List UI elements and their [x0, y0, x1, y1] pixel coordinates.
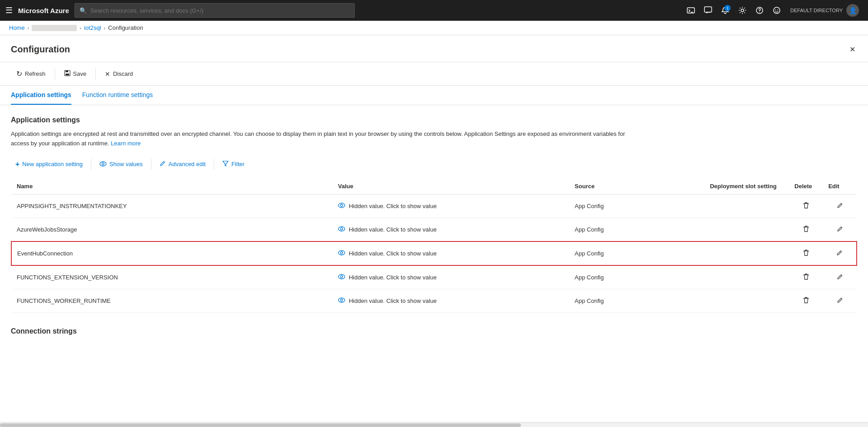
- svg-point-11: [100, 162, 106, 166]
- cell-deployment: [704, 289, 789, 312]
- svg-point-4: [759, 12, 760, 13]
- table-row: FUNCTIONS_WORKER_RUNTIMEHidden value. Cl…: [11, 289, 857, 312]
- table-row: FUNCTIONS_EXTENSION_VERSIONHidden value.…: [11, 265, 857, 289]
- delete-button[interactable]: [799, 247, 813, 260]
- new-setting-label: New application setting: [22, 161, 83, 167]
- breadcrumb-sep3: ›: [104, 25, 106, 31]
- tab-application-settings[interactable]: Application settings: [11, 86, 71, 105]
- cell-edit: [823, 289, 857, 312]
- cell-value[interactable]: Hidden value. Click to show value: [333, 194, 569, 218]
- edit-button[interactable]: [833, 224, 847, 235]
- filter-label: Filter: [231, 161, 244, 167]
- user-directory-label: DEFAULT DIRECTORY: [790, 8, 843, 13]
- discard-button[interactable]: ✕ Discard: [99, 68, 138, 80]
- tab-function-runtime[interactable]: Function runtime settings: [82, 86, 153, 105]
- svg-point-18: [340, 252, 343, 254]
- delete-button[interactable]: [799, 223, 813, 236]
- panel-title: Configuration: [11, 44, 70, 62]
- advanced-edit-button[interactable]: Advanced edit: [155, 158, 210, 171]
- settings-table: Name Value Source Deployment slot settin…: [11, 178, 857, 313]
- svg-point-6: [775, 9, 776, 10]
- svg-rect-10: [66, 74, 69, 75]
- feedback-icon[interactable]: [701, 3, 715, 18]
- th-edit: Edit: [823, 178, 857, 195]
- cell-deployment: [704, 241, 789, 265]
- refresh-label: Refresh: [25, 70, 46, 77]
- cell-delete: [789, 241, 823, 265]
- th-delete: Delete: [789, 178, 823, 195]
- cell-source: App Config: [569, 194, 704, 218]
- pencil-icon: [160, 160, 166, 168]
- edit-button[interactable]: [833, 295, 847, 306]
- cell-delete: [789, 289, 823, 312]
- refresh-button[interactable]: ↻ Refresh: [11, 67, 51, 81]
- search-box[interactable]: 🔍: [75, 3, 355, 18]
- notification-icon[interactable]: 1: [718, 3, 732, 18]
- svg-point-21: [338, 298, 345, 302]
- cell-edit: [823, 241, 857, 265]
- delete-button[interactable]: [799, 295, 813, 307]
- svg-point-16: [340, 228, 343, 230]
- search-icon: 🔍: [80, 7, 87, 14]
- feedback2-icon[interactable]: [769, 3, 784, 18]
- toolbar-sep1: [55, 69, 55, 79]
- avatar: 👤: [846, 4, 859, 17]
- cell-value[interactable]: Hidden value. Click to show value: [333, 218, 569, 241]
- show-values-button[interactable]: Show values: [95, 158, 147, 171]
- cell-value[interactable]: Hidden value. Click to show value: [333, 289, 569, 312]
- refresh-icon: ↻: [16, 70, 22, 78]
- show-values-label: Show values: [109, 161, 143, 167]
- advanced-edit-label: Advanced edit: [169, 161, 206, 167]
- cell-deployment: [704, 218, 789, 241]
- azure-logo: Microsoft Azure: [18, 7, 69, 14]
- cell-deployment: [704, 194, 789, 218]
- user-menu[interactable]: DEFAULT DIRECTORY 👤: [787, 2, 863, 19]
- breadcrumb-current: Configuration: [108, 24, 143, 31]
- cell-edit: [823, 265, 857, 289]
- svg-point-12: [102, 162, 104, 165]
- breadcrumb-home[interactable]: Home: [9, 24, 25, 31]
- table-row: EventHubConnectionHidden value. Click to…: [11, 241, 857, 265]
- cloud-shell-icon[interactable]: [684, 3, 698, 18]
- hamburger-icon[interactable]: ☰: [5, 5, 13, 15]
- th-source: Source: [569, 178, 704, 195]
- delete-button[interactable]: [799, 200, 813, 212]
- svg-point-2: [741, 9, 744, 12]
- edit-button[interactable]: [833, 248, 846, 259]
- panel-header: Configuration ✕: [0, 35, 868, 62]
- breadcrumb-resource-blurred: [32, 25, 77, 31]
- help-icon[interactable]: [752, 3, 767, 18]
- cell-edit: [823, 194, 857, 218]
- breadcrumb-resource[interactable]: iot2sql: [84, 24, 101, 31]
- svg-point-20: [340, 276, 343, 278]
- close-button[interactable]: ✕: [848, 44, 857, 55]
- cell-deployment: [704, 265, 789, 289]
- cell-value[interactable]: Hidden value. Click to show value: [333, 241, 569, 265]
- edit-button[interactable]: [833, 200, 847, 212]
- topbar-icons: 1 DEFAULT DIRECTORY 👤: [684, 2, 863, 19]
- section-desc: Application settings are encrypted at re…: [11, 130, 643, 149]
- cell-delete: [789, 265, 823, 289]
- section-desc-text: Application settings are encrypted at re…: [11, 130, 625, 147]
- search-input[interactable]: [90, 7, 350, 14]
- save-button[interactable]: Save: [59, 67, 92, 80]
- svg-point-13: [338, 203, 345, 208]
- svg-point-7: [778, 9, 779, 10]
- plus-icon: +: [15, 160, 19, 168]
- filter-button[interactable]: Filter: [218, 158, 249, 171]
- cell-edit: [823, 218, 857, 241]
- breadcrumb-sep1: ›: [28, 25, 29, 31]
- svg-point-5: [774, 7, 780, 14]
- action-sep1: [91, 159, 91, 170]
- cell-value[interactable]: Hidden value. Click to show value: [333, 265, 569, 289]
- new-setting-button[interactable]: + New application setting: [11, 158, 87, 171]
- edit-button[interactable]: [833, 272, 847, 283]
- settings-icon[interactable]: [735, 3, 750, 18]
- delete-button[interactable]: [799, 271, 813, 283]
- th-value: Value: [333, 178, 569, 195]
- th-name: Name: [11, 178, 333, 195]
- learn-more-link[interactable]: Learn more: [111, 140, 141, 147]
- cell-delete: [789, 194, 823, 218]
- cell-delete: [789, 218, 823, 241]
- svg-point-19: [338, 274, 345, 279]
